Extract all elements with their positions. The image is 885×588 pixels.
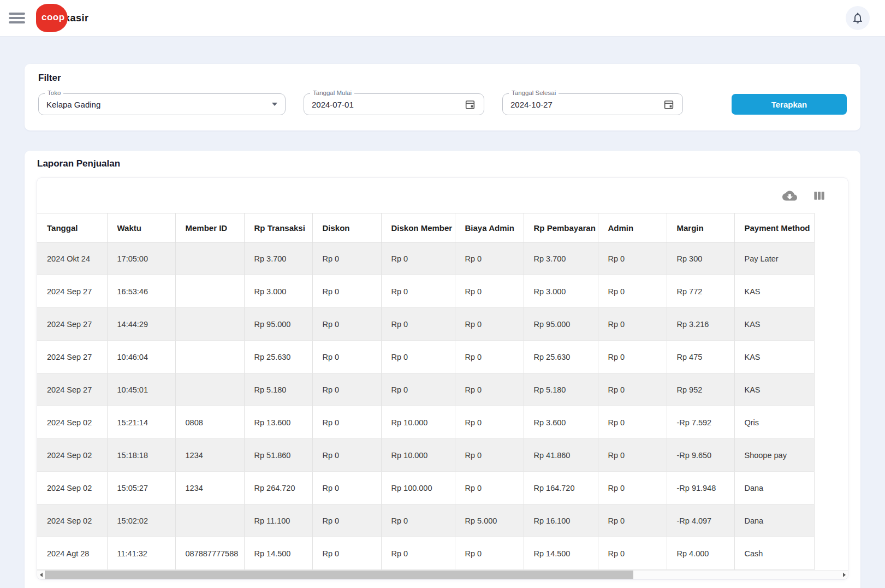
table-cell: Rp 3.000: [524, 275, 598, 308]
table-cell: Rp 0: [381, 341, 455, 373]
table-cell: Rp 11.100: [244, 504, 312, 537]
table-cell: Rp 3.600: [524, 406, 598, 439]
table-cell: 0808: [175, 406, 244, 439]
brand-logo[interactable]: coop kasir: [36, 2, 89, 34]
table-cell: KAS: [734, 341, 814, 373]
tanggal-mulai-value: 2024-07-01: [312, 100, 464, 109]
table-cell: 11:41:32: [107, 537, 175, 570]
notification-button[interactable]: [846, 6, 870, 30]
table-cell: Rp 0: [312, 308, 381, 341]
table-cell: 14:44:29: [107, 308, 175, 341]
horizontal-scrollbar[interactable]: [37, 570, 848, 579]
table-cell: -Rp 4.097: [667, 504, 734, 537]
apply-button[interactable]: Terapkan: [732, 94, 847, 115]
view-columns-button[interactable]: [812, 189, 826, 203]
table-cell: [175, 373, 244, 406]
toko-label: Toko: [45, 90, 63, 97]
table-cell: Rp 5.180: [244, 373, 312, 406]
table-cell: Rp 0: [455, 341, 524, 373]
table-cell: Rp 0: [455, 537, 524, 570]
table-cell: Qris: [734, 406, 814, 439]
column-header-biaya-admin: Biaya Admin: [455, 213, 524, 242]
download-button[interactable]: [782, 188, 797, 203]
caret-down-icon: [272, 103, 277, 106]
report-table-container: TanggalWaktuMember IDRp TransaksiDiskonD…: [37, 178, 848, 579]
column-header-admin: Admin: [598, 213, 667, 242]
column-header-member-id: Member ID: [175, 213, 244, 242]
table-cell: [175, 308, 244, 341]
table-cell: 2024 Sep 27: [37, 341, 107, 373]
column-header-payment-method: Payment Method: [734, 213, 814, 242]
table-cell: Rp 14.500: [244, 537, 312, 570]
table-cell: Rp 51.860: [244, 439, 312, 472]
app-bar: coop kasir: [0, 0, 885, 37]
table-cell: Rp 0: [312, 504, 381, 537]
table-cell: Rp 14.500: [524, 537, 598, 570]
table-cell: Rp 0: [312, 275, 381, 308]
table-cell: Rp 0: [381, 373, 455, 406]
table-cell: 17:05:00: [107, 242, 175, 275]
table-row[interactable]: 2024 Sep 2710:46:04Rp 25.630Rp 0Rp 0Rp 0…: [37, 341, 814, 373]
table-row[interactable]: 2024 Sep 0215:21:140808Rp 13.600Rp 0Rp 1…: [37, 406, 814, 439]
menu-icon[interactable]: [9, 10, 25, 26]
table-row[interactable]: 2024 Sep 2716:53:46Rp 3.000Rp 0Rp 0Rp 0R…: [37, 275, 814, 308]
table-cell: 2024 Sep 27: [37, 275, 107, 308]
table-header: TanggalWaktuMember IDRp TransaksiDiskonD…: [37, 213, 814, 242]
table-row[interactable]: 2024 Sep 2714:44:29Rp 95.000Rp 0Rp 0Rp 0…: [37, 308, 814, 341]
table-cell: Rp 0: [598, 275, 667, 308]
table-cell: Rp 0: [455, 472, 524, 504]
table-cell: Rp 772: [667, 275, 734, 308]
table-row[interactable]: 2024 Sep 0215:05:271234Rp 264.720Rp 0Rp …: [37, 472, 814, 504]
table-cell: 10:46:04: [107, 341, 175, 373]
report-card: Laporan Penjualan TanggalWaktuMember IDR…: [25, 151, 860, 588]
column-header-diskon-member: Diskon Member: [381, 213, 455, 242]
table-cell: 2024 Sep 02: [37, 406, 107, 439]
table-cell: 2024 Sep 27: [37, 308, 107, 341]
table-cell: Rp 13.600: [244, 406, 312, 439]
table-scroll-region[interactable]: TanggalWaktuMember IDRp TransaksiDiskonD…: [37, 213, 848, 570]
table-row[interactable]: 2024 Okt 2417:05:00Rp 3.700Rp 0Rp 0Rp 0R…: [37, 242, 814, 275]
table-cell: Shoope pay: [734, 439, 814, 472]
table-cell: [175, 242, 244, 275]
table-cell: Rp 10.000: [381, 439, 455, 472]
table-cell: 10:45:01: [107, 373, 175, 406]
table-cell: 2024 Sep 02: [37, 504, 107, 537]
scrollbar-track[interactable]: [45, 571, 840, 580]
tanggal-selesai-label: Tanggal Selesai: [509, 90, 559, 97]
table-cell: Rp 0: [381, 242, 455, 275]
table-cell: 15:02:02: [107, 504, 175, 537]
table-row[interactable]: 2024 Sep 0215:02:02Rp 11.100Rp 0Rp 0Rp 5…: [37, 504, 814, 537]
table-cell: 2024 Sep 02: [37, 472, 107, 504]
table-cell: 1234: [175, 472, 244, 504]
calendar-icon[interactable]: [663, 98, 675, 110]
table-cell: 15:18:18: [107, 439, 175, 472]
tanggal-mulai-input[interactable]: Tanggal Mulai 2024-07-01: [304, 93, 484, 115]
table-cell: Rp 0: [455, 373, 524, 406]
scroll-left-arrow-icon[interactable]: [37, 571, 45, 580]
tanggal-selesai-input[interactable]: Tanggal Selesai 2024-10-27: [502, 93, 683, 115]
table-body: 2024 Okt 2417:05:00Rp 3.700Rp 0Rp 0Rp 0R…: [37, 242, 814, 570]
table-cell: Rp 0: [598, 504, 667, 537]
table-cell: Rp 95.000: [524, 308, 598, 341]
calendar-icon[interactable]: [464, 98, 476, 110]
table-row[interactable]: 2024 Sep 2710:45:01Rp 5.180Rp 0Rp 0Rp 0R…: [37, 373, 814, 406]
toko-select[interactable]: Toko Kelapa Gading: [38, 93, 286, 115]
table-cell: Rp 0: [381, 504, 455, 537]
scrollbar-thumb[interactable]: [45, 571, 633, 580]
report-title: Laporan Penjualan: [37, 158, 848, 169]
table-cell: Rp 164.720: [524, 472, 598, 504]
table-cell: Rp 0: [598, 242, 667, 275]
table-cell: 2024 Agt 28: [37, 537, 107, 570]
table-cell: Rp 0: [312, 242, 381, 275]
table-cell: Rp 0: [312, 537, 381, 570]
column-header-rp-transaksi: Rp Transaksi: [244, 213, 312, 242]
table-cell: Rp 25.630: [524, 341, 598, 373]
table-cell: Rp 3.216: [667, 308, 734, 341]
table-row[interactable]: 2024 Sep 0215:18:181234Rp 51.860Rp 0Rp 1…: [37, 439, 814, 472]
table-cell: Rp 0: [598, 537, 667, 570]
table-row[interactable]: 2024 Agt 2811:41:32087887777588Rp 14.500…: [37, 537, 814, 570]
table-cell: 087887777588: [175, 537, 244, 570]
table-cell: -Rp 7.592: [667, 406, 734, 439]
table-cell: Rp 0: [312, 373, 381, 406]
scroll-right-arrow-icon[interactable]: [840, 571, 848, 580]
